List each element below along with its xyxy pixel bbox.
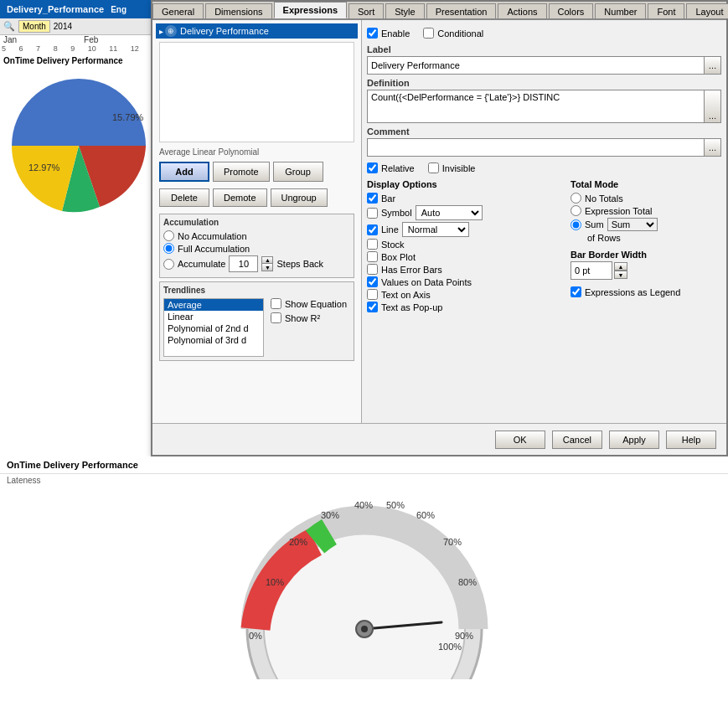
bar-border-up-btn[interactable]: ▲ bbox=[614, 262, 627, 271]
no-accumulation-radio[interactable] bbox=[163, 230, 174, 241]
search-icon: 🔍 bbox=[3, 21, 15, 32]
sum-radio[interactable] bbox=[571, 219, 581, 230]
comment-label: Comment bbox=[367, 126, 721, 137]
expression-icon: ⊕ bbox=[165, 25, 177, 37]
stock-checkbox[interactable] bbox=[367, 239, 378, 250]
steps-up-btn[interactable]: ▲ bbox=[261, 256, 273, 264]
trendlines-item-poly3[interactable]: Polynomial of 3rd d bbox=[164, 334, 263, 346]
bar-border-input[interactable] bbox=[571, 261, 612, 280]
bar-label: Bar bbox=[381, 193, 395, 204]
trendlines-item-average[interactable]: Average bbox=[164, 299, 263, 311]
conditional-checkbox[interactable] bbox=[423, 28, 434, 39]
trendlines-checkboxes: Show Equation Show R² bbox=[271, 298, 347, 357]
svg-text:100%: 100% bbox=[438, 642, 462, 652]
tab-expressions[interactable]: Expressions bbox=[274, 2, 347, 18]
conditional-label: Conditional bbox=[437, 28, 483, 39]
svg-text:60%: 60% bbox=[416, 510, 435, 520]
tab-layout[interactable]: Layout bbox=[686, 3, 728, 18]
eng-label: Eng bbox=[111, 5, 126, 14]
show-r2-label: Show R² bbox=[285, 313, 320, 323]
app-title: Delivery_Performance bbox=[7, 4, 104, 14]
tab-general[interactable]: General bbox=[152, 3, 204, 18]
expressions-as-legend-checkbox[interactable] bbox=[571, 286, 581, 297]
demote-button[interactable]: Demote bbox=[213, 188, 267, 207]
comment-field-row: … bbox=[367, 138, 721, 157]
line-checkbox[interactable] bbox=[367, 224, 378, 235]
tab-dimensions[interactable]: Dimensions bbox=[205, 3, 271, 18]
comment-input[interactable] bbox=[367, 138, 705, 157]
steps-back-input[interactable] bbox=[229, 255, 258, 272]
relative-check-row: Relative bbox=[367, 162, 415, 173]
tab-number[interactable]: Number bbox=[595, 3, 646, 18]
expression-tree-item[interactable]: ▸ ⊕ Delivery Performance bbox=[156, 23, 358, 39]
accumulate-label: Accumulate bbox=[178, 259, 225, 269]
definition-ellipsis-button[interactable]: … bbox=[705, 90, 721, 123]
symbol-checkbox[interactable] bbox=[367, 208, 378, 219]
tab-colors[interactable]: Colors bbox=[549, 3, 594, 18]
invisible-label: Invisible bbox=[442, 163, 476, 173]
label-input[interactable] bbox=[367, 56, 705, 75]
accumulate-row: Accumulate ▲ ▼ Steps Back bbox=[163, 255, 350, 272]
ok-button[interactable]: OK bbox=[495, 431, 545, 449]
trendlines-item-linear[interactable]: Linear bbox=[164, 311, 263, 322]
box-plot-label: Box Plot bbox=[381, 252, 416, 262]
bar-border-down-btn[interactable]: ▼ bbox=[614, 271, 627, 279]
add-button[interactable]: Add bbox=[159, 162, 209, 182]
relative-checkbox[interactable] bbox=[367, 162, 378, 173]
full-accumulation-label: Full Accumulation bbox=[178, 244, 250, 254]
invisible-check-row: Invisible bbox=[428, 162, 476, 173]
tab-presentation[interactable]: Presentation bbox=[426, 3, 497, 18]
sum-select[interactable]: Sum bbox=[607, 218, 658, 231]
tab-font[interactable]: Font bbox=[648, 3, 684, 18]
help-button[interactable]: Help bbox=[666, 431, 716, 449]
no-totals-radio[interactable] bbox=[571, 193, 581, 204]
box-plot-checkbox[interactable] bbox=[367, 251, 378, 262]
delete-button[interactable]: Delete bbox=[159, 188, 209, 207]
enable-checkbox[interactable] bbox=[367, 28, 378, 39]
definition-textarea[interactable]: Count({<DelPerformance = {'Late'}>} DIST… bbox=[367, 90, 705, 123]
text-as-popup-checkbox[interactable] bbox=[367, 302, 378, 312]
text-on-axis-checkbox[interactable] bbox=[367, 289, 378, 300]
tab-style[interactable]: Style bbox=[385, 3, 424, 18]
cancel-button[interactable]: Cancel bbox=[552, 431, 602, 449]
text-as-popup-row: Text as Pop-up bbox=[367, 302, 564, 312]
error-bars-checkbox[interactable] bbox=[367, 264, 378, 275]
right-panel: Enable Conditional Label … Definition Co… bbox=[362, 20, 726, 423]
label-ellipsis-button[interactable]: … bbox=[705, 56, 721, 75]
symbol-select[interactable]: Auto bbox=[416, 205, 483, 220]
of-rows-label: of Rows bbox=[587, 233, 621, 243]
month-selector[interactable]: Month bbox=[18, 20, 50, 33]
promote-button[interactable]: Promote bbox=[213, 162, 270, 182]
bar-checkbox[interactable] bbox=[367, 193, 378, 204]
show-equation-label: Show Equation bbox=[285, 299, 347, 309]
comment-ellipsis-button[interactable]: … bbox=[705, 138, 721, 157]
show-equation-checkbox[interactable] bbox=[271, 298, 281, 309]
top-checks-row: Enable Conditional bbox=[367, 25, 721, 41]
apply-button[interactable]: Apply bbox=[609, 431, 659, 449]
trendlines-list[interactable]: Average Linear Polynomial of 2nd d Polyn… bbox=[163, 298, 264, 357]
tab-actions[interactable]: Actions bbox=[498, 3, 546, 18]
tab-sort[interactable]: Sort bbox=[349, 3, 384, 18]
show-r2-checkbox[interactable] bbox=[271, 312, 281, 323]
line-select[interactable]: Normal bbox=[402, 222, 469, 237]
display-options-title: Display Options bbox=[367, 179, 564, 189]
pie-chart-svg: 15.79% 12.97% bbox=[3, 70, 154, 221]
delete-demote-ungroup-row: Delete Demote Ungroup bbox=[156, 185, 358, 210]
tab-bar: General Dimensions Expressions Sort Styl… bbox=[152, 2, 726, 20]
group-button[interactable]: Group bbox=[273, 162, 323, 182]
accumulate-radio[interactable] bbox=[163, 259, 174, 270]
expression-total-radio[interactable] bbox=[571, 205, 581, 216]
show-equation-row: Show Equation bbox=[271, 298, 347, 309]
expression-placeholder bbox=[159, 42, 354, 142]
invisible-checkbox[interactable] bbox=[428, 162, 439, 173]
steps-down-btn[interactable]: ▼ bbox=[261, 264, 273, 271]
definition-field-row: Count({<DelPerformance = {'Late'}>} DIST… bbox=[367, 90, 721, 123]
label-field-row: … bbox=[367, 56, 721, 75]
text-as-popup-label: Text as Pop-up bbox=[381, 302, 442, 312]
gauge-container: 0% 10% 20% 30% 40% 50% 60% 70% 80% 90% 1… bbox=[0, 487, 728, 688]
trendlines-item-poly2[interactable]: Polynomial of 2nd d bbox=[164, 322, 263, 334]
ungroup-button[interactable]: Ungroup bbox=[271, 188, 328, 207]
values-on-data-checkbox[interactable] bbox=[367, 276, 378, 287]
full-accumulation-radio[interactable] bbox=[163, 243, 174, 254]
stock-label: Stock bbox=[381, 240, 405, 250]
